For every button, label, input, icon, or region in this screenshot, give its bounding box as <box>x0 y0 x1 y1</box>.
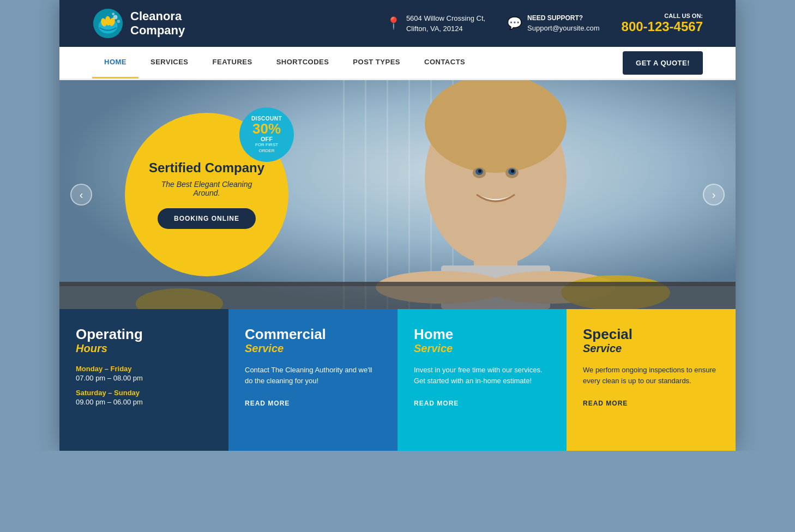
logo-icon <box>92 8 124 39</box>
phone-section: CALL US ON: 800-123-4567 <box>622 13 703 34</box>
nav-link-contacts[interactable]: CONTACTS <box>412 47 477 77</box>
nav-item-shortcodes[interactable]: SHORTCODES <box>264 47 341 78</box>
service-card-home: Home Service Invest in your free time wi… <box>398 309 567 451</box>
hero-title: Sertified Company <box>149 160 264 176</box>
services-row: Operating Hours Monday – Friday 07.00 pm… <box>59 309 736 451</box>
service-card-special: Special Service We perform ongoing inspe… <box>567 309 736 451</box>
service-desc-special: We perform ongoing inspections to ensure… <box>583 365 719 388</box>
nav-item-services[interactable]: SERVICES <box>138 47 201 78</box>
service-accent-commercial: Service <box>245 342 381 355</box>
svg-point-5 <box>113 15 118 20</box>
svg-rect-11 <box>387 80 388 309</box>
booking-button[interactable]: BOOKING ONLINE <box>158 208 256 229</box>
discount-for: FOR FIRST ORDER <box>255 142 278 154</box>
nav-item-features[interactable]: FEATURES <box>201 47 264 78</box>
read-more-special-button[interactable]: READ MORE <box>583 400 628 407</box>
phone-number: 800-123-4567 <box>622 19 703 34</box>
address-item: 📍 5604 Willow Crossing Ct, Clifton, VA, … <box>386 13 485 34</box>
chevron-right-icon: › <box>712 189 716 201</box>
nav-item-home[interactable]: HOME <box>92 47 138 78</box>
hours-weekend-label: Saturday – Sunday <box>76 389 212 397</box>
hero-prev-button[interactable]: ‹ <box>70 184 92 205</box>
service-accent-home: Service <box>414 342 550 355</box>
site-header: Cleanora Company 📍 5604 Willow Crossing … <box>59 0 736 47</box>
service-title-commercial: Commercial <box>245 327 381 342</box>
location-icon: 📍 <box>386 16 401 31</box>
nav-link-services[interactable]: SERVICES <box>138 47 201 77</box>
support-item: 💬 NEED SUPPORT? Support@yoursite.com <box>507 13 599 34</box>
page-wrapper: Cleanora Company 📍 5604 Willow Crossing … <box>59 0 736 451</box>
service-card-operating-hours: Operating Hours Monday – Friday 07.00 pm… <box>59 309 228 451</box>
hero-content: Discount 30% OFF FOR FIRST ORDER Sertifi… <box>125 113 288 276</box>
hours-weekday-label: Monday – Friday <box>76 365 212 373</box>
read-more-commercial-button[interactable]: READ MORE <box>245 400 290 407</box>
service-title-home: Home <box>414 327 550 342</box>
navbar: HOME SERVICES FEATURES SHORTCODES POST T… <box>59 47 736 80</box>
discount-percentage: 30% <box>252 122 281 136</box>
read-more-home-button[interactable]: READ MORE <box>414 400 459 407</box>
nav-item-contacts[interactable]: CONTACTS <box>412 47 477 78</box>
call-label: CALL US ON: <box>622 13 703 19</box>
hours-weekday: Monday – Friday 07.00 pm – 08.00 pm <box>76 365 212 382</box>
discount-badge: Discount 30% OFF FOR FIRST ORDER <box>239 107 294 162</box>
service-title-special: Special <box>583 327 719 342</box>
service-card-commercial: Commercial Service Contact The Cleaning … <box>228 309 398 451</box>
address-text: 5604 Willow Crossing Ct, Clifton, VA, 20… <box>406 13 485 34</box>
nav-link-shortcodes[interactable]: SHORTCODES <box>264 47 341 77</box>
discount-off: OFF <box>261 136 273 142</box>
hours-weekend: Saturday – Sunday 09.00 pm – 06.00 pm <box>76 389 212 406</box>
svg-point-6 <box>117 20 120 23</box>
nav-item-post-types[interactable]: POST TYPES <box>341 47 412 78</box>
svg-rect-9 <box>343 80 345 309</box>
service-accent-special: Service <box>583 342 719 355</box>
logo-area[interactable]: Cleanora Company <box>92 8 185 39</box>
support-label: NEED SUPPORT? <box>527 13 599 23</box>
service-accent-hours: Hours <box>76 342 212 355</box>
hero-section: ‹ › Discount 30% OFF FOR FIRST ORDER Ser… <box>59 80 736 309</box>
header-contact: 📍 5604 Willow Crossing Ct, Clifton, VA, … <box>386 13 703 34</box>
address-line1: 5604 Willow Crossing Ct, <box>406 13 485 24</box>
svg-point-21 <box>478 170 481 173</box>
support-email: Support@yoursite.com <box>527 23 599 34</box>
svg-rect-30 <box>59 282 736 286</box>
chevron-left-icon: ‹ <box>80 189 83 201</box>
get-quote-button[interactable]: GET A QUOTE! <box>623 51 703 75</box>
nav-link-home[interactable]: HOME <box>92 47 138 78</box>
hours-weekend-time: 09.00 pm – 06.00 pm <box>76 398 212 406</box>
chat-icon: 💬 <box>507 16 522 31</box>
service-desc-home: Invest in your free time with our servic… <box>414 365 550 388</box>
hero-yellow-circle: Discount 30% OFF FOR FIRST ORDER Sertifi… <box>125 113 288 276</box>
svg-point-22 <box>511 170 514 173</box>
support-text: NEED SUPPORT? Support@yoursite.com <box>527 13 599 34</box>
nav-link-post-types[interactable]: POST TYPES <box>341 47 412 77</box>
hero-next-button[interactable]: › <box>703 184 725 205</box>
hero-subtitle: The Best Elegant Cleaning Around. <box>161 180 252 197</box>
nav-links: HOME SERVICES FEATURES SHORTCODES POST T… <box>92 47 477 78</box>
svg-point-7 <box>112 13 115 15</box>
hours-weekday-time: 07.00 pm – 08.00 pm <box>76 374 212 382</box>
address-line2: Clifton, VA, 20124 <box>406 23 485 34</box>
nav-link-features[interactable]: FEATURES <box>201 47 264 77</box>
logo-text: Cleanora Company <box>130 9 185 38</box>
svg-rect-10 <box>365 80 366 309</box>
service-desc-commercial: Contact The Cleaning Authority and we'll… <box>245 365 381 388</box>
service-title-operating: Operating <box>76 327 212 342</box>
